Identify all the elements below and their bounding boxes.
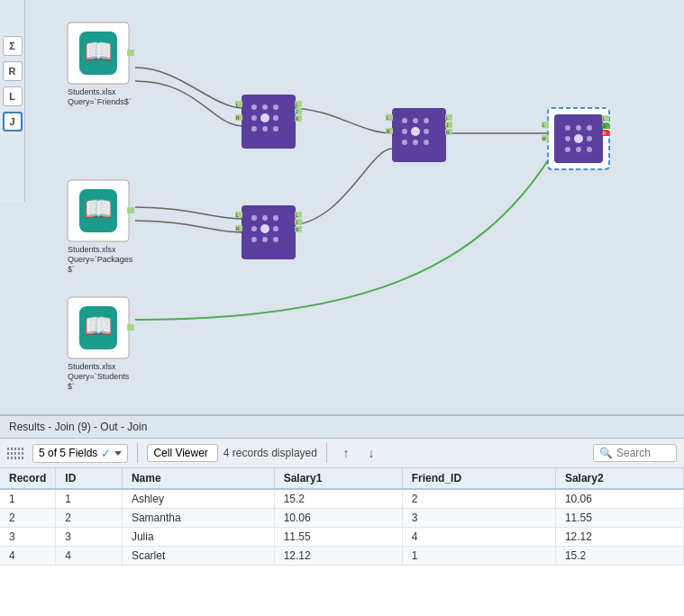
connection-line <box>135 81 243 126</box>
join1-box[interactable] <box>242 95 296 149</box>
cell-r2-c4: 4 <box>402 528 555 547</box>
svg-point-59 <box>587 125 592 131</box>
search-box[interactable]: 🔍 <box>593 444 677 462</box>
join2-box[interactable] <box>242 205 296 259</box>
cell-r3-c3: 12.12 <box>274 547 402 566</box>
col-header-id: ID <box>56 468 123 489</box>
cell-r0-c0: 1 <box>0 489 56 509</box>
svg-point-2 <box>273 104 278 110</box>
cell-r0-c1: 1 <box>56 489 123 509</box>
svg-point-6 <box>251 126 257 131</box>
book2-port <box>127 207 134 213</box>
results-content: Σ R L J 5 of 5 Fields ✓ Cell V <box>0 439 684 616</box>
svg-text:L: L <box>236 213 239 218</box>
canvas-svg: 📖 Students.xlsx Query=`Friends$` 📖 Stude… <box>0 0 684 414</box>
fields-label: 5 of 5 Fields <box>39 447 97 459</box>
cell-r2-c3: 11.55 <box>274 528 402 547</box>
col-header-record: Record <box>0 468 56 489</box>
table-row: 22Samantha10.06311.55 <box>0 509 684 528</box>
table-row: 33Julia11.55412.12 <box>0 528 684 547</box>
svg-point-0 <box>251 104 257 110</box>
svg-point-46 <box>424 140 429 145</box>
book1-label1: Students.xlsx <box>68 87 116 96</box>
cell-r1-c2: Samantha <box>122 509 274 528</box>
cell-r2-c1: 3 <box>56 528 123 547</box>
grid-icon <box>7 448 23 459</box>
connection-line <box>288 149 392 225</box>
book2-label2: Query=`Packages <box>68 255 133 264</box>
svg-point-4 <box>260 113 269 122</box>
records-count-label: 4 records displayed <box>223 447 317 459</box>
search-input[interactable] <box>616 447 670 459</box>
cell-r2-c2: Julia <box>122 528 274 547</box>
cell-viewer-button[interactable]: Cell Viewer <box>147 444 217 462</box>
workflow-canvas: 📖 Students.xlsx Query=`Friends$` 📖 Stude… <box>0 0 684 414</box>
toolbar-divider-2 <box>326 443 327 463</box>
cell-r2-c5: 12.12 <box>555 528 683 547</box>
svg-text:L: L <box>387 115 389 121</box>
svg-point-60 <box>565 136 570 141</box>
results-panel: Results - Join (9) - Out - Join Σ R L J … <box>0 414 684 616</box>
connection-line <box>135 221 243 232</box>
cell-r3-c1: 4 <box>56 547 123 566</box>
fields-arrow-icon <box>114 451 122 456</box>
cell-r1-c0: 2 <box>0 509 56 528</box>
results-title-text: Results - Join (9) - Out - Join <box>9 421 147 433</box>
connection-green <box>135 158 550 320</box>
book3-label1: Students.xlsx <box>68 362 116 371</box>
cell-r0-c5: 10.06 <box>555 489 683 509</box>
book1-label2: Query=`Friends$` <box>68 97 132 106</box>
cell-r1-c4: 3 <box>402 509 555 528</box>
col-header-name: Name <box>122 468 274 489</box>
svg-point-43 <box>424 129 429 134</box>
svg-text:R: R <box>543 136 546 141</box>
table-header-row: Record ID Name Salary1 Friend_ID Salary2 <box>0 468 684 489</box>
svg-text:L: L <box>296 213 298 218</box>
fields-dropdown-button[interactable]: 5 of 5 Fields ✓ <box>32 444 128 463</box>
sort-up-button[interactable]: ↑ <box>336 443 356 463</box>
svg-text:R: R <box>236 226 240 231</box>
cell-r1-c3: 10.06 <box>274 509 402 528</box>
cell-r0-c2: Ashley <box>122 489 274 509</box>
book2-glyph: 📖 <box>84 195 114 223</box>
svg-text:L: L <box>446 115 449 121</box>
svg-point-44 <box>402 140 407 145</box>
sort-down-button[interactable]: ↓ <box>361 443 381 463</box>
results-table: Record ID Name Salary1 Friend_ID Salary2… <box>0 468 684 566</box>
svg-point-58 <box>576 125 581 131</box>
svg-text:L: L <box>296 102 298 107</box>
col-header-salary1: Salary1 <box>274 468 402 489</box>
svg-point-25 <box>251 237 257 242</box>
cell-r2-c0: 3 <box>0 528 56 547</box>
cell-r3-c5: 15.2 <box>555 547 683 566</box>
cell-r1-c1: 2 <box>56 509 123 528</box>
svg-text:R: R <box>387 129 390 134</box>
svg-point-61 <box>574 134 583 143</box>
table-row: 44Scarlet12.12115.2 <box>0 547 684 566</box>
svg-point-26 <box>262 237 268 242</box>
book3-glyph: 📖 <box>84 312 114 340</box>
book2-label3: $` <box>68 265 75 274</box>
toolbar-divider-1 <box>137 443 138 463</box>
book1-port <box>127 50 134 56</box>
svg-point-57 <box>565 125 570 131</box>
svg-text:R: R <box>296 227 299 232</box>
svg-point-64 <box>576 147 581 152</box>
svg-point-19 <box>251 215 257 221</box>
data-table-wrap: Record ID Name Salary1 Friend_ID Salary2… <box>0 468 684 616</box>
check-icon: ✓ <box>101 447 111 460</box>
main-results-content: 5 of 5 Fields ✓ Cell Viewer 4 records di… <box>0 439 684 616</box>
join3-box[interactable] <box>392 108 446 162</box>
search-icon: 🔍 <box>599 447 613 459</box>
col-header-friend-id: Friend_ID <box>402 468 555 489</box>
cell-r3-c4: 1 <box>402 547 555 566</box>
svg-text:R: R <box>446 130 450 135</box>
svg-point-63 <box>565 147 570 152</box>
svg-point-21 <box>273 215 278 221</box>
svg-point-5 <box>273 115 278 121</box>
cell-r3-c0: 4 <box>0 547 56 566</box>
cell-r3-c2: Scarlet <box>122 547 274 566</box>
svg-text:R: R <box>603 131 606 136</box>
svg-text:L: L <box>236 103 239 108</box>
svg-text:R: R <box>236 115 240 121</box>
